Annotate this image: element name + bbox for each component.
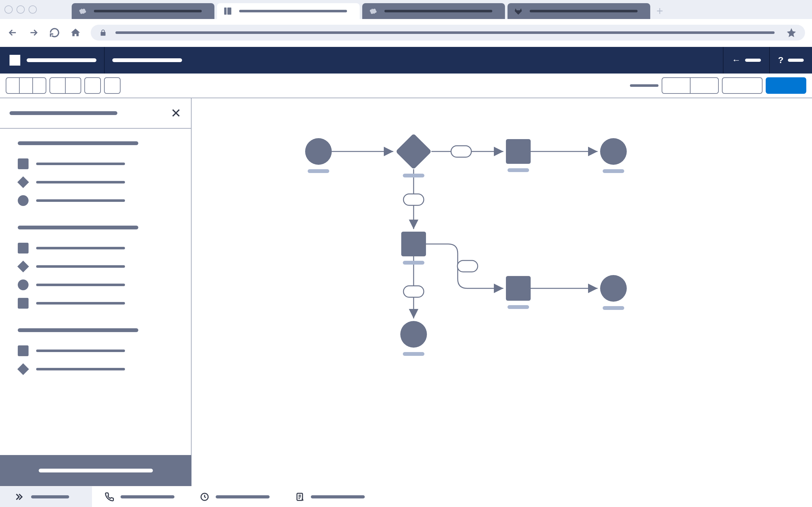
palette-item-square[interactable] — [18, 294, 191, 313]
tab-salesforce-1[interactable] — [72, 3, 214, 19]
svg-rect-3 — [396, 133, 432, 170]
palette-item-label — [36, 368, 125, 371]
flow-node-start[interactable] — [305, 138, 332, 173]
header-back-section[interactable]: ← — [723, 47, 769, 73]
app-logo-icon — [9, 55, 20, 66]
close-icon[interactable]: ✕ — [171, 107, 182, 119]
flow-toolbar — [0, 73, 812, 98]
palette-item-label — [36, 163, 125, 165]
toolbar-button-1[interactable] — [84, 77, 101, 94]
palette-item-square[interactable] — [18, 342, 191, 360]
tab-gitlab[interactable] — [507, 3, 650, 19]
flow-node-end[interactable] — [600, 138, 627, 173]
palette-item-label — [36, 199, 125, 202]
arrow-left-icon: ← — [732, 55, 741, 65]
chevron-right-double-icon — [14, 492, 23, 502]
element-palette-sidebar: ✕ — [0, 98, 192, 486]
window-minimize-button[interactable] — [16, 5, 25, 14]
flow-node-label — [403, 261, 424, 265]
tab-flow-builder[interactable] — [217, 3, 360, 19]
diamond-shape-icon — [17, 176, 29, 188]
flow-node-end[interactable] — [400, 321, 427, 356]
connector-label-pill[interactable] — [403, 286, 424, 297]
flow-node-label — [403, 352, 424, 356]
salesforce-icon — [78, 6, 88, 16]
toolbar-button-2[interactable] — [104, 77, 120, 94]
palette-item-square[interactable] — [18, 155, 191, 173]
new-tab-button[interactable]: + — [653, 3, 667, 19]
notepad-icon — [295, 492, 305, 502]
sidebar-section-title — [18, 226, 138, 229]
svg-rect-1 — [227, 8, 232, 15]
sidebar-header: ✕ — [0, 98, 191, 129]
palette-item-circle[interactable] — [18, 276, 191, 294]
palette-item-square[interactable] — [18, 239, 191, 257]
toolbar-primary-button[interactable] — [766, 77, 806, 94]
flow-node-label — [403, 174, 424, 177]
window-controls — [4, 5, 37, 14]
phone-icon — [105, 492, 114, 502]
utility-expand-button[interactable] — [0, 487, 92, 507]
flow-node-end[interactable] — [600, 275, 627, 310]
toolbar-segmented-3[interactable] — [662, 77, 719, 94]
flow-node-label — [507, 305, 529, 309]
tab-salesforce-2[interactable] — [362, 3, 505, 19]
layout-icon — [223, 6, 233, 16]
connector-label-pill[interactable] — [403, 194, 424, 205]
square-shape-icon — [18, 158, 29, 169]
flow-node-action[interactable] — [506, 276, 531, 309]
utility-history[interactable] — [187, 492, 282, 502]
flow-node-label — [603, 306, 624, 310]
svg-rect-8 — [506, 276, 531, 301]
sidebar-section-title — [18, 141, 138, 145]
svg-point-7 — [400, 321, 427, 348]
app-brand[interactable] — [0, 55, 96, 66]
utility-bar — [0, 486, 812, 507]
svg-point-9 — [600, 275, 627, 302]
browser-toolbar — [0, 19, 812, 47]
sidebar-section-title — [18, 328, 138, 332]
utility-phone[interactable] — [92, 492, 187, 502]
toolbar-segmented-1[interactable] — [6, 77, 46, 94]
svg-rect-6 — [401, 232, 426, 257]
diamond-shape-icon — [17, 363, 29, 375]
tab-title — [530, 10, 638, 12]
nav-back-button[interactable] — [7, 27, 18, 38]
app-subtitle — [112, 58, 182, 62]
tabs: + — [72, 0, 667, 19]
square-shape-icon — [18, 243, 29, 253]
palette-item-diamond[interactable] — [18, 173, 191, 191]
flow-node-action[interactable] — [506, 139, 531, 172]
palette-item-diamond[interactable] — [18, 360, 191, 378]
gitlab-icon — [513, 6, 523, 16]
address-text — [115, 32, 774, 34]
svg-point-5 — [600, 138, 627, 165]
tab-title — [385, 10, 492, 12]
palette-item-diamond[interactable] — [18, 257, 191, 276]
nav-reload-button[interactable] — [49, 27, 60, 38]
header-help-section[interactable]: ? — [769, 47, 812, 73]
svg-rect-0 — [224, 8, 227, 15]
address-bar[interactable] — [91, 25, 805, 41]
sidebar-footer[interactable] — [0, 455, 191, 486]
connector-label-pill[interactable] — [457, 261, 478, 272]
palette-item-circle[interactable] — [18, 191, 191, 210]
toolbar-secondary-button[interactable] — [722, 77, 763, 94]
flow-node-label — [603, 169, 624, 173]
utility-notes[interactable] — [282, 492, 377, 502]
app-title — [27, 58, 96, 62]
window-close-button[interactable] — [4, 5, 13, 14]
palette-item-label — [36, 265, 125, 268]
toolbar-segmented-2[interactable] — [49, 77, 81, 94]
connector-label-pill[interactable] — [451, 146, 471, 157]
flow-canvas[interactable] — [192, 98, 812, 486]
nav-home-button[interactable] — [70, 27, 81, 38]
salesforce-icon — [368, 6, 378, 16]
svg-rect-4 — [506, 139, 531, 164]
bookmark-star-icon[interactable] — [786, 27, 797, 38]
nav-forward-button[interactable] — [28, 27, 39, 38]
clock-icon — [200, 492, 209, 502]
help-icon: ? — [778, 55, 783, 65]
window-zoom-button[interactable] — [29, 5, 37, 14]
sidebar-body — [0, 129, 191, 486]
